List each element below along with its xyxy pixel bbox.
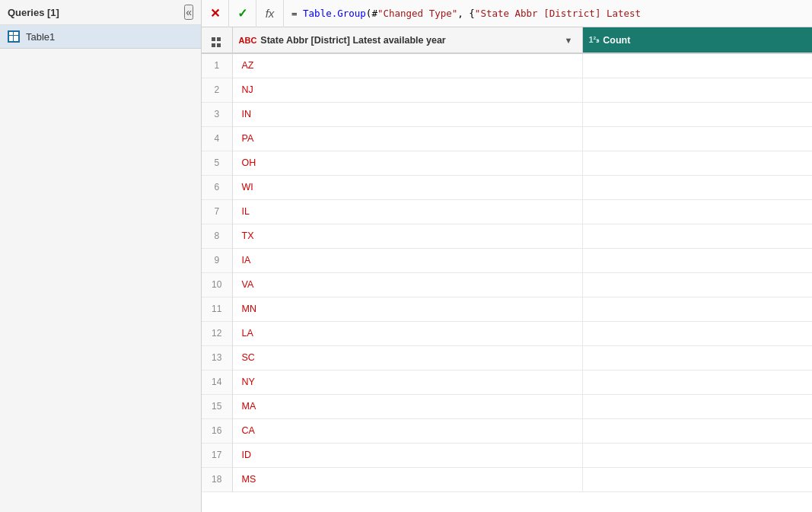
table-row: 13SC105 [202, 345, 812, 370]
cell-rownum: 10 [202, 272, 232, 297]
cell-state: TX [232, 224, 582, 248]
cell-rownum: 9 [202, 248, 232, 272]
table-row: 8TX1277 [202, 224, 812, 248]
cell-rownum: 8 [202, 224, 232, 248]
cell-rownum: 15 [202, 394, 232, 418]
cell-count: 151 [582, 443, 812, 467]
cell-count: 368 [582, 248, 812, 272]
cell-state: MS [232, 467, 582, 491]
table-row: 7IL1078 [202, 199, 812, 224]
cell-count: 394 [582, 102, 812, 126]
collapse-sidebar-button[interactable]: « [184, 5, 193, 20]
cell-rownum: 12 [202, 321, 232, 345]
sidebar-item-table1[interactable]: Table1 [0, 25, 201, 49]
th-count: 1²₃ Count ▼ [582, 27, 812, 53]
table-row: 3IN394 [202, 102, 812, 126]
formula-state-abbr: "State Abbr [District] Latest [475, 8, 641, 19]
cancel-button[interactable]: ✕ [202, 0, 229, 27]
table-icon [8, 30, 20, 43]
fx-button[interactable]: fx [256, 0, 284, 27]
sidebar: Queries [1] « Table1 [0, 0, 202, 512]
cell-state: MA [232, 394, 582, 418]
cell-rownum: 7 [202, 199, 232, 224]
sidebar-header: Queries [1] « [0, 0, 201, 25]
formula-fn-name: Table.Group [303, 8, 366, 19]
table-row: 16CA1193 [202, 418, 812, 443]
cell-rownum: 14 [202, 370, 232, 394]
th-rownum [202, 27, 232, 53]
th-state: ABC State Abbr [District] Latest availab… [232, 27, 582, 53]
cell-count: 164 [582, 467, 812, 491]
table-row: 2NJ698 [202, 78, 812, 102]
cell-state: NY [232, 370, 582, 394]
formula-text[interactable]: = Table.Group(#"Changed Type", {"State A… [284, 8, 812, 19]
table-row: 11MN555 [202, 297, 812, 321]
cell-state: SC [232, 345, 582, 370]
table-row: 6WI461 [202, 175, 812, 199]
sidebar-item-label: Table1 [26, 31, 55, 43]
grid-icon [212, 37, 222, 48]
table-row: 12LA126 [202, 321, 812, 345]
cell-rownum: 2 [202, 78, 232, 102]
cell-state: VA [232, 272, 582, 297]
cell-rownum: 11 [202, 297, 232, 321]
cell-state: ID [232, 443, 582, 467]
th-state-label: State Abbr [District] Latest available y… [260, 35, 445, 46]
cell-rownum: 18 [202, 467, 232, 491]
table-row: 10VA225 [202, 272, 812, 297]
table-row: 9IA368 [202, 248, 812, 272]
cell-state: IL [232, 199, 582, 224]
cell-count: 952 [582, 370, 812, 394]
main-panel: ✕ ✓ fx = Table.Group(#"Changed Type", {"… [202, 0, 812, 512]
cell-state: PA [232, 126, 582, 151]
table-row: 15MA403 [202, 394, 812, 418]
confirm-button[interactable]: ✓ [229, 0, 256, 27]
formula-hash: # [371, 8, 377, 19]
cell-count: 1091 [582, 151, 812, 175]
table-row: 5OH1091 [202, 151, 812, 175]
table-body: 1AZ6732NJ6983IN3944PA7735OH10916WI4617IL… [202, 53, 812, 491]
cell-state: WI [232, 175, 582, 199]
cell-rownum: 3 [202, 102, 232, 126]
formula-comma: , { [457, 8, 475, 19]
cell-count: 105 [582, 345, 812, 370]
cell-state: NJ [232, 78, 582, 102]
cell-count: 403 [582, 394, 812, 418]
cell-count: 1193 [582, 418, 812, 443]
table-row: 17ID151 [202, 443, 812, 467]
cell-rownum: 1 [202, 53, 232, 78]
sidebar-title: Queries [1] [8, 7, 59, 18]
table-row: 4PA773 [202, 126, 812, 151]
cell-count: 1078 [582, 199, 812, 224]
cell-rownum: 5 [202, 151, 232, 175]
cell-state: IN [232, 102, 582, 126]
cell-rownum: 4 [202, 126, 232, 151]
state-filter-button[interactable]: ▼ [562, 34, 576, 46]
cell-state: OH [232, 151, 582, 175]
cell-rownum: 16 [202, 418, 232, 443]
formula-bar: ✕ ✓ fx = Table.Group(#"Changed Type", {"… [202, 0, 812, 27]
cell-count: 1277 [582, 224, 812, 248]
cell-count: 461 [582, 175, 812, 199]
cell-rownum: 13 [202, 345, 232, 370]
cell-count: 698 [582, 78, 812, 102]
table-row: 14NY952 [202, 370, 812, 394]
cell-state: LA [232, 321, 582, 345]
table-container[interactable]: ABC State Abbr [District] Latest availab… [202, 27, 812, 512]
cell-count: 126 [582, 321, 812, 345]
cell-rownum: 17 [202, 443, 232, 467]
th-count-label: Count [603, 35, 630, 46]
formula-equals: = [291, 8, 303, 19]
table-row: 18MS164 [202, 467, 812, 491]
formula-changed-type: "Changed Type" [377, 8, 457, 19]
cell-count: 673 [582, 53, 812, 78]
table-row: 1AZ673 [202, 53, 812, 78]
data-table: ABC State Abbr [District] Latest availab… [202, 27, 812, 492]
cell-count: 225 [582, 272, 812, 297]
cell-state: CA [232, 418, 582, 443]
abc-icon: ABC [239, 36, 257, 45]
table-header-row: ABC State Abbr [District] Latest availab… [202, 27, 812, 53]
cell-count: 555 [582, 297, 812, 321]
cell-count: 773 [582, 126, 812, 151]
cell-rownum: 6 [202, 175, 232, 199]
